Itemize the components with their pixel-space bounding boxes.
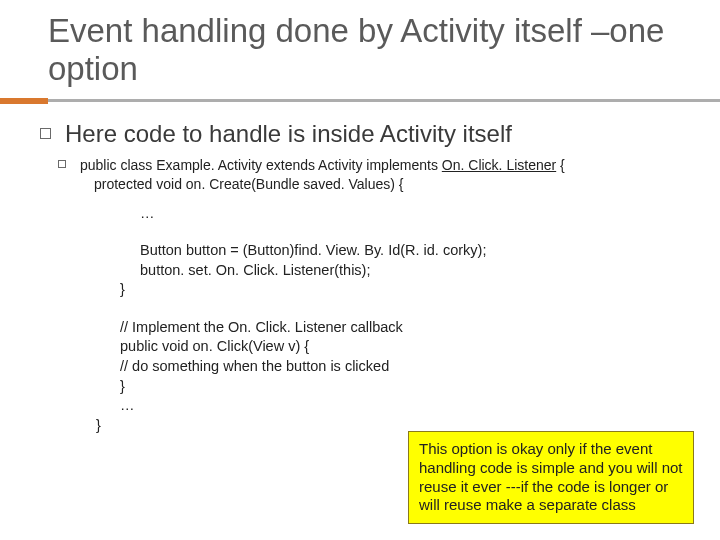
bullet-icon — [40, 128, 51, 139]
code-block: … Button button = (Button)find. View. By… — [40, 204, 680, 436]
code-line: public void on. Click(View v) { — [120, 337, 680, 357]
slide-title: Event handling done by Activity itself –… — [0, 0, 720, 92]
code-line-2: protected void on. Create(Bundle saved. … — [80, 175, 565, 194]
subtitle-text: Here code to handle is inside Activity i… — [65, 120, 512, 148]
code-underlined: On. Click. Listener — [442, 157, 556, 173]
code-comment: // Implement the On. Click. Listener cal… — [120, 318, 680, 338]
bullet-subtitle: Here code to handle is inside Activity i… — [40, 120, 680, 148]
code-close: } — [120, 280, 680, 300]
code-line: } — [120, 377, 680, 397]
bullet-icon — [58, 160, 66, 168]
code-ellipsis: … — [140, 204, 680, 224]
code-line: button. set. On. Click. Listener(this); — [140, 261, 680, 281]
code-line: // do something when the button is click… — [120, 357, 680, 377]
code-text: public class Example. Activity extends A… — [80, 157, 442, 173]
code-line: Button button = (Button)find. View. By. … — [140, 241, 680, 261]
code-text: { — [556, 157, 565, 173]
slide-content: Here code to handle is inside Activity i… — [0, 104, 720, 435]
callout-box: This option is okay only if the event ha… — [408, 431, 694, 524]
code-text: button. set. On. Click. Listener(this); — [140, 262, 370, 278]
code-ellipsis: … — [120, 396, 680, 416]
code-intro-row: public class Example. Activity extends A… — [58, 156, 680, 194]
code-line-1: public class Example. Activity extends A… — [80, 156, 565, 194]
